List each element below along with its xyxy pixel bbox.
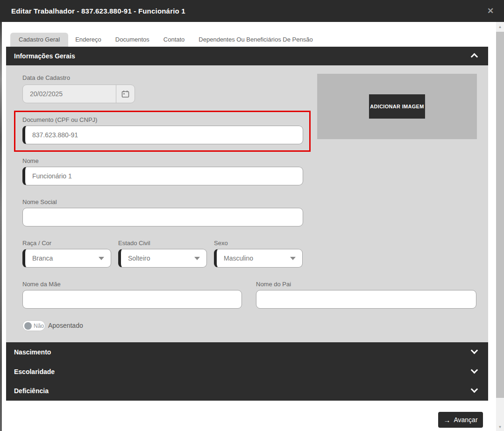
avancar-button[interactable]: → Avançar [438,412,483,428]
mother-name-field[interactable] [22,290,242,309]
chevron-down-icon [471,366,478,374]
chevron-down-icon [471,347,478,354]
modal-title: Editar Trabalhador - 837.623.880-91 - Fu… [0,7,185,15]
tab-bar: Cadastro Geral Endereço Documentos Conta… [10,33,320,47]
retired-toggle-value: Não [32,323,44,329]
sex-label: Sexo [214,240,228,247]
scrollbar-thumb[interactable] [496,32,504,398]
background-page-sliver [0,22,2,431]
scroll-up-icon[interactable]: ▲ [496,23,504,31]
collapsed-sections: Nascimento Escolaridade Deficiência [6,342,488,401]
mother-name-input[interactable] [23,296,241,303]
name-input[interactable] [25,172,303,180]
father-name-label: Nome do Pai [256,281,291,288]
vertical-scrollbar[interactable]: ▲ ▼ [496,22,504,431]
modal-header: Editar Trabalhador - 837.623.880-91 - Fu… [0,0,504,22]
retired-label: Aposentado [48,322,83,329]
document-input[interactable] [25,131,303,139]
marital-status-value: Solteiro [121,254,194,262]
name-field[interactable] [22,167,303,185]
dropdown-arrow-icon [99,257,104,260]
race-label: Raça / Cor [22,240,51,247]
father-name-input[interactable] [256,296,476,303]
social-name-field[interactable] [22,208,303,226]
mother-name-label: Nome da Mãe [22,281,61,288]
sex-select[interactable]: Masculino [214,249,303,268]
social-name-label: Nome Social [22,198,57,205]
tab-dependentes[interactable]: Dependentes Ou Beneficiários De Pensão [192,33,319,47]
section-header-escolaridade[interactable]: Escolaridade [6,362,488,382]
tab-endereco[interactable]: Endereço [68,33,108,47]
section-title: Deficiência [14,387,49,395]
section-header-deficiencia[interactable]: Deficiência [6,381,488,401]
social-name-input[interactable] [23,213,303,221]
tab-contato[interactable]: Contato [156,33,192,47]
add-image-button[interactable]: ADICIONAR IMAGEM [369,94,425,119]
race-value: Branca [25,254,99,262]
dropdown-arrow-icon [290,257,296,260]
dropdown-arrow-icon [194,257,200,260]
avancar-label: Avançar [454,416,477,424]
calendar-icon[interactable] [116,85,135,103]
arrow-right-icon: → [443,416,450,424]
name-label: Nome [22,157,39,164]
image-placeholder: ADICIONAR IMAGEM [317,74,477,139]
registration-date-field: 20/02/2025 [22,85,135,103]
section-title: Nascimento [14,348,51,356]
tab-cadastro-geral[interactable]: Cadastro Geral [10,33,68,47]
father-name-field[interactable] [256,290,476,309]
chevron-down-icon [471,386,478,393]
retired-toggle[interactable]: Não [22,320,45,331]
section-header-nascimento[interactable]: Nascimento [6,342,488,362]
sex-value: Masculino [217,254,290,262]
race-select[interactable]: Branca [22,249,111,268]
close-icon[interactable]: ✕ [483,0,498,22]
chevron-up-icon [471,53,478,61]
tab-documentos[interactable]: Documentos [108,33,156,47]
document-label: Documento (CPF ou CNPJ) [22,116,97,123]
marital-status-label: Estado Civil [118,240,150,247]
section-title: Informações Gerais [14,52,75,60]
scroll-down-icon[interactable]: ▼ [496,423,504,431]
section-header-informacoes-gerais[interactable]: Informações Gerais [6,47,488,65]
section-title: Escolaridade [14,368,55,375]
document-field[interactable] [22,126,303,144]
registration-date-label: Data de Cadastro [22,74,70,81]
marital-status-select[interactable]: Solteiro [118,249,207,268]
edit-worker-modal: { "modal": { "title": "Editar Trabalhado… [0,0,504,431]
toggle-knob-icon [24,322,32,330]
registration-date-value: 20/02/2025 [23,90,116,98]
